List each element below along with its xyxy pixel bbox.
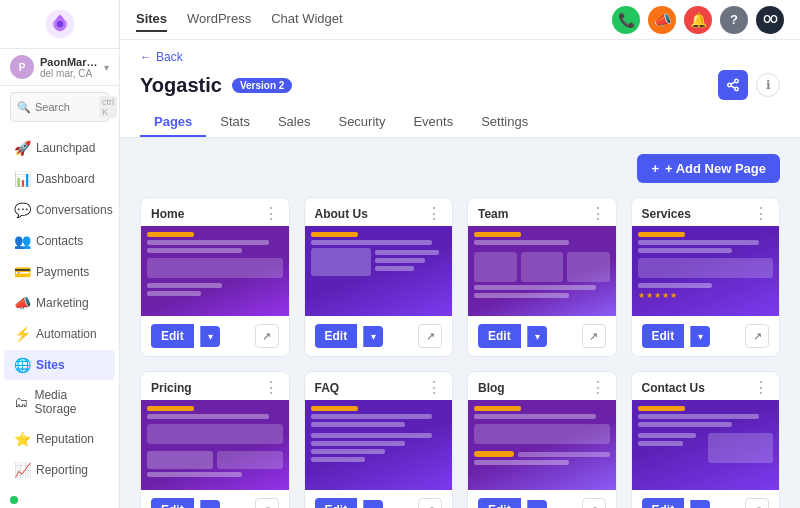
automation-icon: ⚡ — [14, 326, 30, 342]
edit-button-pricing[interactable]: Edit — [151, 498, 194, 508]
page-menu-about[interactable]: ⋮ — [426, 206, 442, 222]
page-title-contact: Contact Us — [642, 381, 705, 395]
edit-dropdown-contact[interactable]: ▾ — [690, 500, 710, 509]
edit-button-home[interactable]: Edit — [151, 324, 194, 348]
tab-sites[interactable]: Sites — [136, 7, 167, 32]
add-new-page-button[interactable]: + + Add New Page — [637, 154, 780, 183]
edit-button-services[interactable]: Edit — [642, 324, 685, 348]
page-menu-contact[interactable]: ⋮ — [753, 380, 769, 396]
edit-dropdown-about[interactable]: ▾ — [363, 326, 383, 347]
sub-tab-settings[interactable]: Settings — [467, 108, 542, 137]
info-button[interactable]: ℹ — [756, 73, 780, 97]
external-link-contact[interactable]: ↗ — [745, 498, 769, 508]
svg-line-6 — [731, 82, 735, 84]
sidebar-item-marketing[interactable]: 📣 Marketing — [4, 288, 115, 318]
sub-tab-stats[interactable]: Stats — [206, 108, 264, 137]
media-storage-icon: 🗂 — [14, 394, 28, 410]
megaphone-icon-button[interactable]: 📣 — [648, 6, 676, 34]
sidebar-item-label: Dashboard — [36, 172, 95, 186]
plus-icon: + — [651, 161, 659, 176]
external-link-about[interactable]: ↗ — [418, 324, 442, 348]
page-menu-services[interactable]: ⋮ — [753, 206, 769, 222]
page-preview-team — [468, 226, 616, 316]
tab-wordpress[interactable]: WordPress — [187, 7, 251, 32]
page-menu-home[interactable]: ⋮ — [263, 206, 279, 222]
conversations-icon: 💬 — [14, 202, 30, 218]
edit-dropdown-faq[interactable]: ▾ — [363, 500, 383, 509]
sidebar-item-conversations[interactable]: 💬 Conversations — [4, 195, 115, 225]
sidebar-item-contacts[interactable]: 👥 Contacts — [4, 226, 115, 256]
page-card-home: Home ⋮ Edit — [140, 197, 290, 357]
edit-button-team[interactable]: Edit — [478, 324, 521, 348]
edit-dropdown-pricing[interactable]: ▾ — [200, 500, 220, 509]
search-box[interactable]: 🔍 ctrl K — [10, 92, 109, 122]
page-preview-faq — [305, 400, 453, 490]
account-location: del mar, CA — [40, 68, 98, 79]
tab-chat-widget[interactable]: Chat Widget — [271, 7, 343, 32]
main-content: Sites WordPress Chat Widget 📞 📣 🔔 ? OO ←… — [120, 0, 800, 508]
page-card-services: Services ⋮ ★★★★★ — [631, 197, 781, 357]
site-title: Yogastic — [140, 74, 222, 97]
phone-icon-button[interactable]: 📞 — [612, 6, 640, 34]
sidebar-item-reputation[interactable]: ⭐ Reputation — [4, 424, 115, 454]
site-actions: ℹ — [718, 70, 780, 100]
sidebar-item-media-storage[interactable]: 🗂 Media Storage — [4, 381, 115, 423]
edit-dropdown-services[interactable]: ▾ — [690, 326, 710, 347]
svg-point-3 — [728, 83, 732, 87]
sidebar: P PaonMarketing del mar, CA ▾ 🔍 ctrl K 🚀… — [0, 0, 120, 508]
edit-button-contact[interactable]: Edit — [642, 498, 685, 508]
svg-line-5 — [731, 86, 735, 88]
edit-dropdown-team[interactable]: ▾ — [527, 326, 547, 347]
external-link-blog[interactable]: ↗ — [582, 498, 606, 508]
logo — [0, 0, 119, 48]
notification-icon-button[interactable]: 🔔 — [684, 6, 712, 34]
sidebar-item-launchpad[interactable]: 🚀 Launchpad — [4, 133, 115, 163]
help-icon-button[interactable]: ? — [720, 6, 748, 34]
topbar: Sites WordPress Chat Widget 📞 📣 🔔 ? OO — [120, 0, 800, 40]
status-indicator — [10, 496, 18, 504]
svg-point-1 — [56, 21, 62, 27]
svg-point-2 — [735, 79, 739, 83]
page-menu-blog[interactable]: ⋮ — [590, 380, 606, 396]
external-link-services[interactable]: ↗ — [745, 324, 769, 348]
pages-area: + + Add New Page Home ⋮ — [120, 138, 800, 508]
edit-dropdown-home[interactable]: ▾ — [200, 326, 220, 347]
sidebar-item-label: Reputation — [36, 432, 94, 446]
back-arrow-icon: ← — [140, 50, 152, 64]
search-input[interactable] — [35, 101, 95, 113]
sidebar-item-reporting[interactable]: 📈 Reporting — [4, 455, 115, 485]
sites-icon: 🌐 — [14, 357, 30, 373]
sub-tab-security[interactable]: Security — [324, 108, 399, 137]
share-button[interactable] — [718, 70, 748, 100]
sidebar-item-sites[interactable]: 🌐 Sites — [4, 350, 115, 380]
site-header: ← Back Yogastic Version 2 ℹ Pages — [120, 40, 800, 138]
edit-button-blog[interactable]: Edit — [478, 498, 521, 508]
page-title-blog: Blog — [478, 381, 505, 395]
account-switcher[interactable]: P PaonMarketing del mar, CA ▾ — [0, 48, 119, 86]
edit-button-faq[interactable]: Edit — [315, 498, 358, 508]
page-card-about: About Us ⋮ — [304, 197, 454, 357]
sidebar-item-automation[interactable]: ⚡ Automation — [4, 319, 115, 349]
edit-dropdown-blog[interactable]: ▾ — [527, 500, 547, 509]
edit-button-about[interactable]: Edit — [315, 324, 358, 348]
page-title-about: About Us — [315, 207, 368, 221]
sub-tab-pages[interactable]: Pages — [140, 108, 206, 137]
external-link-faq[interactable]: ↗ — [418, 498, 442, 508]
breadcrumb[interactable]: ← Back — [140, 50, 780, 64]
user-menu-button[interactable]: OO — [756, 6, 784, 34]
sidebar-item-settings[interactable]: ⚙️ Settings — [4, 486, 115, 492]
page-menu-faq[interactable]: ⋮ — [426, 380, 442, 396]
page-menu-team[interactable]: ⋮ — [590, 206, 606, 222]
sub-tab-sales[interactable]: Sales — [264, 108, 325, 137]
page-menu-pricing[interactable]: ⋮ — [263, 380, 279, 396]
external-link-team[interactable]: ↗ — [582, 324, 606, 348]
reputation-icon: ⭐ — [14, 431, 30, 447]
sidebar-item-dashboard[interactable]: 📊 Dashboard — [4, 164, 115, 194]
external-link-home[interactable]: ↗ — [255, 324, 279, 348]
sidebar-item-label: Payments — [36, 265, 89, 279]
svg-point-4 — [735, 87, 739, 91]
sidebar-item-payments[interactable]: 💳 Payments — [4, 257, 115, 287]
sub-tab-events[interactable]: Events — [399, 108, 467, 137]
launchpad-icon: 🚀 — [14, 140, 30, 156]
external-link-pricing[interactable]: ↗ — [255, 498, 279, 508]
